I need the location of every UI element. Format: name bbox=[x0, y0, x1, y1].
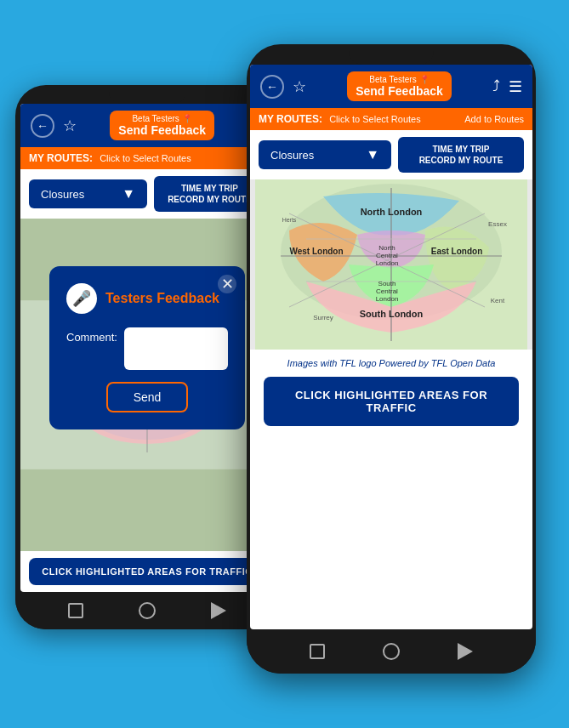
phone-back: ← ☆ Beta Testers 📍 Send Feedback occ MY … bbox=[15, 85, 279, 629]
svg-text:North: North bbox=[378, 244, 395, 252]
phone-front-screen: ← ☆ Beta Testers 📍 Send Feedback ⤴ ☰ MY … bbox=[250, 65, 532, 629]
tfl-info: Images with TFL logo Powered by TFL Open… bbox=[250, 350, 532, 377]
nav-circle-front[interactable] bbox=[383, 643, 400, 660]
star-icon-front[interactable]: ☆ bbox=[293, 77, 306, 96]
nav-circle-back[interactable] bbox=[139, 602, 156, 619]
closures-dropdown-front[interactable]: Closures ▼ bbox=[259, 140, 391, 169]
svg-text:East London: East London bbox=[431, 247, 483, 256]
phone-back-screen: ← ☆ Beta Testers 📍 Send Feedback occ MY … bbox=[20, 104, 274, 592]
dropdown-arrow-front: ▼ bbox=[366, 147, 379, 162]
svg-text:Kent: Kent bbox=[491, 297, 505, 304]
routes-bar-front: MY ROUTES: Click to Select Routes Add to… bbox=[250, 108, 532, 130]
header-badge-front: Beta Testers 📍 Send Feedback bbox=[347, 71, 452, 101]
traffic-button-front[interactable]: CLICK HIGHLIGHTED AREAS FOR TRAFFIC bbox=[264, 377, 519, 426]
phone-front: ← ☆ Beta Testers 📍 Send Feedback ⤴ ☰ MY … bbox=[247, 44, 536, 674]
comment-input[interactable] bbox=[124, 327, 228, 370]
nav-triangle-back[interactable] bbox=[211, 602, 226, 619]
modal-overlay: ✕ 🎤 Testers Feedback Comment: Send bbox=[20, 104, 274, 592]
modal-close-button[interactable]: ✕ bbox=[218, 275, 236, 293]
svg-text:North London: North London bbox=[361, 207, 423, 217]
nav-square-front[interactable] bbox=[310, 644, 325, 659]
bottom-bar-front bbox=[247, 629, 536, 674]
modal-title: Testers Feedback bbox=[105, 291, 219, 306]
beta-label-front: Beta Testers 📍 bbox=[369, 75, 429, 84]
svg-text:South: South bbox=[378, 280, 396, 287]
modal-title-row: 🎤 Testers Feedback bbox=[66, 283, 228, 314]
nav-square-back[interactable] bbox=[68, 603, 83, 618]
header-right-icons-front: ⤴ ☰ bbox=[492, 77, 522, 96]
svg-text:Surrey: Surrey bbox=[313, 314, 333, 321]
app-header-front: ← ☆ Beta Testers 📍 Send Feedback ⤴ ☰ bbox=[250, 65, 532, 108]
comment-label: Comment: bbox=[66, 327, 117, 344]
svg-text:Central: Central bbox=[376, 252, 398, 259]
comment-row: Comment: bbox=[66, 327, 228, 370]
header-left-icons-front: ← ☆ bbox=[260, 75, 306, 99]
phone-back-notch bbox=[109, 85, 185, 104]
back-button-front[interactable]: ← bbox=[260, 75, 284, 99]
bottom-bar-back bbox=[15, 592, 279, 629]
select-routes-front[interactable]: Click to Select Routes bbox=[329, 114, 421, 124]
svg-text:London: London bbox=[376, 295, 399, 303]
map-svg-front: North London West London East London Nor… bbox=[250, 179, 532, 350]
mic-icon: 🎤 bbox=[66, 283, 97, 314]
feedback-modal: ✕ 🎤 Testers Feedback Comment: Send bbox=[49, 266, 245, 429]
svg-text:London: London bbox=[376, 259, 399, 267]
phone-front-notch bbox=[349, 44, 434, 65]
nav-triangle-front[interactable] bbox=[458, 643, 473, 660]
share-icon[interactable]: ⤴ bbox=[492, 77, 500, 95]
send-button[interactable]: Send bbox=[106, 382, 189, 412]
map-area-front: North London West London East London Nor… bbox=[250, 179, 532, 350]
svg-text:Herts: Herts bbox=[282, 217, 297, 223]
svg-text:Central: Central bbox=[376, 287, 398, 295]
action-row-front: Closures ▼ TIME MY TRIP RECORD MY ROUTE bbox=[250, 130, 532, 179]
menu-icon[interactable]: ☰ bbox=[509, 77, 522, 96]
svg-text:Essex: Essex bbox=[488, 220, 507, 228]
header-title-front: Send Feedback bbox=[356, 84, 443, 98]
add-routes-front[interactable]: Add to Routes bbox=[464, 114, 524, 124]
routes-label-front: MY ROUTES: bbox=[259, 113, 322, 125]
svg-text:South London: South London bbox=[360, 309, 424, 319]
record-route-btn-front[interactable]: TIME MY TRIP RECORD MY ROUTE bbox=[398, 137, 524, 173]
svg-text:West London: West London bbox=[289, 247, 343, 256]
